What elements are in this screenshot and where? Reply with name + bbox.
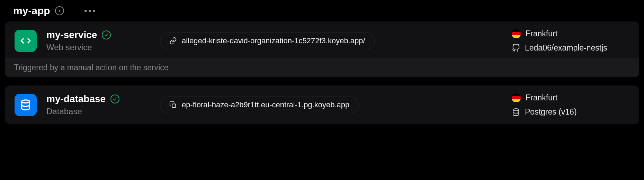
trigger-bar: Triggered by a manual action on the serv…	[5, 58, 639, 77]
service-name: my-service	[46, 29, 97, 40]
database-engine: Postgres (v16)	[525, 107, 577, 117]
web-service-icon	[15, 30, 37, 52]
database-card-icon	[15, 94, 37, 116]
germany-flag-icon	[512, 93, 521, 102]
database-host: ep-floral-haze-a2b9r1tt.eu-central-1.pg.…	[182, 100, 349, 109]
germany-flag-icon	[512, 29, 521, 38]
status-healthy-icon	[102, 30, 111, 39]
database-card[interactable]: my-database Database ep-floral-haze-a2b9…	[5, 86, 639, 124]
copy-icon	[169, 101, 177, 109]
database-name-block: my-database Database	[46, 93, 150, 116]
database-meta: Frankfurt Postgres (v16)	[512, 93, 629, 117]
database-engine-row: Postgres (v16)	[512, 107, 629, 117]
trigger-text: Triggered by a manual action on the serv…	[14, 63, 169, 72]
link-icon	[169, 37, 177, 45]
database-type: Database	[46, 107, 150, 116]
svg-rect-1	[172, 104, 176, 107]
app-header: my-app i •••	[5, 5, 639, 21]
database-host-pill[interactable]: ep-floral-haze-a2b9r1tt.eu-central-1.pg.…	[160, 97, 359, 113]
database-region: Frankfurt	[526, 93, 557, 102]
more-menu-icon[interactable]: •••	[84, 6, 97, 15]
status-healthy-icon	[110, 94, 119, 104]
app-name: my-app	[13, 5, 50, 17]
github-icon	[512, 44, 520, 52]
service-url-pill[interactable]: alleged-kriste-david-organization-1c5272…	[160, 33, 375, 49]
info-icon[interactable]: i	[55, 6, 64, 15]
service-type: Web service	[46, 43, 150, 52]
service-region: Frankfurt	[526, 29, 557, 38]
svg-point-0	[22, 100, 30, 103]
service-region-row: Frankfurt	[512, 29, 629, 38]
service-meta: Frankfurt Leda06/example-nestjs	[512, 29, 629, 53]
service-card[interactable]: my-service Web service alleged-kriste-da…	[5, 21, 639, 60]
database-region-row: Frankfurt	[512, 93, 629, 102]
svg-point-2	[513, 109, 519, 111]
service-repo-row[interactable]: Leda06/example-nestjs	[512, 43, 629, 53]
database-name: my-database	[46, 93, 106, 105]
service-name-block: my-service Web service	[46, 29, 150, 52]
service-url: alleged-kriste-david-organization-1c5272…	[182, 36, 365, 45]
database-icon	[512, 108, 520, 116]
service-repo: Leda06/example-nestjs	[525, 43, 607, 53]
